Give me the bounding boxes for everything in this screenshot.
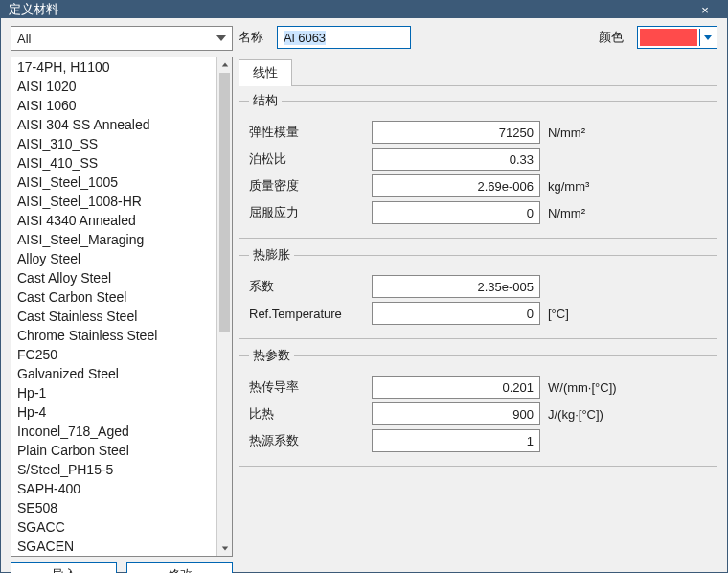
list-item[interactable]: AISI 1060 <box>11 96 216 115</box>
color-swatch-preview <box>640 29 697 46</box>
property-row: 热源系数1 <box>249 429 707 452</box>
list-item[interactable]: Hp-4 <box>11 402 216 422</box>
property-input[interactable]: 71250 <box>372 121 540 144</box>
list-item[interactable]: SE508 <box>11 498 216 517</box>
list-item[interactable]: Chrome Stainless Steel <box>11 326 216 345</box>
property-row: 比热900J/(kg·[°C]) <box>249 402 707 425</box>
tab-bar: 线性 <box>239 58 717 86</box>
list-item[interactable]: Galvanized Steel <box>11 364 216 383</box>
list-item[interactable]: AISI_Steel_1008-HR <box>11 192 216 211</box>
list-item[interactable]: AISI 1020 <box>11 77 216 96</box>
property-input[interactable]: 0.33 <box>372 148 540 171</box>
property-unit: N/mm² <box>548 206 707 220</box>
list-item[interactable]: Cast Stainless Steel <box>11 307 216 326</box>
scroll-up-icon[interactable] <box>217 57 232 73</box>
property-label: 热传导率 <box>249 378 364 396</box>
property-input[interactable]: 1 <box>372 429 540 452</box>
color-dropdown-button[interactable] <box>699 29 715 46</box>
property-input[interactable]: 2.35e-005 <box>372 275 540 298</box>
tab-linear[interactable]: 线性 <box>239 59 292 86</box>
property-label: 系数 <box>249 278 364 295</box>
property-row: Ref.Temperature0[°C] <box>249 302 707 325</box>
property-unit: kg/mm³ <box>548 179 707 194</box>
list-item[interactable]: AISI_410_SS <box>11 153 216 172</box>
property-input[interactable]: 0 <box>372 201 540 224</box>
property-input[interactable]: 2.69e-006 <box>372 174 540 197</box>
list-item[interactable]: AISI_310_SS <box>11 134 216 153</box>
property-label: 热源系数 <box>249 432 364 449</box>
scroll-down-icon[interactable] <box>217 540 232 556</box>
property-row: 屈服应力0N/mm² <box>249 201 707 224</box>
group-thermal-param-legend: 热参数 <box>249 347 294 364</box>
list-item[interactable]: Cast Carbon Steel <box>11 287 216 307</box>
list-item[interactable]: AISI 4340 Annealed <box>11 211 216 230</box>
list-item[interactable]: SGACEN <box>11 537 216 556</box>
property-input[interactable]: 0.201 <box>372 376 540 399</box>
titlebar[interactable]: 定义材料 × <box>1 1 727 18</box>
chevron-down-icon <box>704 35 712 40</box>
list-item[interactable]: Alloy Steel <box>11 249 216 268</box>
property-label: 比热 <box>249 405 364 423</box>
close-icon[interactable]: × <box>691 3 719 17</box>
category-value: All <box>17 32 31 46</box>
list-item[interactable]: AISI_Steel_Maraging <box>11 230 216 249</box>
import-button[interactable]: 导入 <box>11 562 117 573</box>
property-unit: N/mm² <box>548 126 707 140</box>
group-thermal-exp-legend: 热膨胀 <box>249 246 294 264</box>
name-input[interactable]: Al 6063 <box>277 26 411 49</box>
modify-button[interactable]: 修改 <box>126 562 233 573</box>
list-item[interactable]: SAPH-400 <box>11 479 216 498</box>
color-picker[interactable] <box>637 26 717 49</box>
group-thermal-exp: 热膨胀 系数2.35e-005Ref.Temperature0[°C] <box>239 246 717 339</box>
property-row: 质量密度2.69e-006kg/mm³ <box>249 174 707 197</box>
list-item[interactable]: FC250 <box>11 345 216 364</box>
group-thermal-param: 热参数 热传导率0.201W/(mm·[°C])比热900J/(kg·[°C])… <box>239 347 717 467</box>
list-item[interactable]: Cast Alloy Steel <box>11 268 216 287</box>
material-listbox[interactable]: 17-4PH, H1100AISI 1020AISI 1060AISI 304 … <box>11 57 233 557</box>
list-item[interactable]: AISI_Steel_1005 <box>11 172 216 192</box>
property-unit: J/(kg·[°C]) <box>548 407 707 422</box>
list-item[interactable]: S/Steel_PH15-5 <box>11 460 216 479</box>
property-input[interactable]: 0 <box>372 302 540 325</box>
color-label: 颜色 <box>599 29 624 46</box>
group-structure-legend: 结构 <box>249 92 282 109</box>
property-label: 屈服应力 <box>249 204 364 221</box>
name-value: Al 6063 <box>284 31 326 45</box>
property-row: 系数2.35e-005 <box>249 275 707 298</box>
define-material-dialog: 定义材料 × All 17-4PH, H1100AISI 1020AISI 10… <box>0 0 728 573</box>
property-row: 热传导率0.201W/(mm·[°C]) <box>249 376 707 399</box>
property-unit: W/(mm·[°C]) <box>548 380 707 395</box>
list-item[interactable]: Hp-1 <box>11 383 216 402</box>
property-label: 弹性模量 <box>249 124 364 141</box>
group-structure: 结构 弹性模量71250N/mm²泊松比0.33质量密度2.69e-006kg/… <box>239 92 717 239</box>
category-dropdown[interactable]: All <box>11 26 233 51</box>
list-item[interactable]: SGACC <box>11 517 216 537</box>
window-title: 定义材料 <box>9 1 58 18</box>
list-item[interactable]: Plain Carbon Steel <box>11 441 216 460</box>
property-row: 泊松比0.33 <box>249 148 707 171</box>
listbox-scrollbar[interactable] <box>216 57 232 556</box>
property-label: 泊松比 <box>249 150 364 168</box>
property-input[interactable]: 900 <box>372 402 540 425</box>
property-unit: [°C] <box>548 307 707 321</box>
chevron-down-icon <box>216 35 226 41</box>
property-row: 弹性模量71250N/mm² <box>249 121 707 144</box>
list-item[interactable]: AISI 304 SS Annealed <box>11 115 216 134</box>
property-label: 质量密度 <box>249 177 364 195</box>
list-item[interactable]: 17-4PH, H1100 <box>11 57 216 77</box>
name-label: 名称 <box>239 29 263 46</box>
list-item[interactable]: Inconel_718_Aged <box>11 422 216 441</box>
scroll-thumb[interactable] <box>219 73 230 332</box>
property-label: Ref.Temperature <box>249 307 364 321</box>
